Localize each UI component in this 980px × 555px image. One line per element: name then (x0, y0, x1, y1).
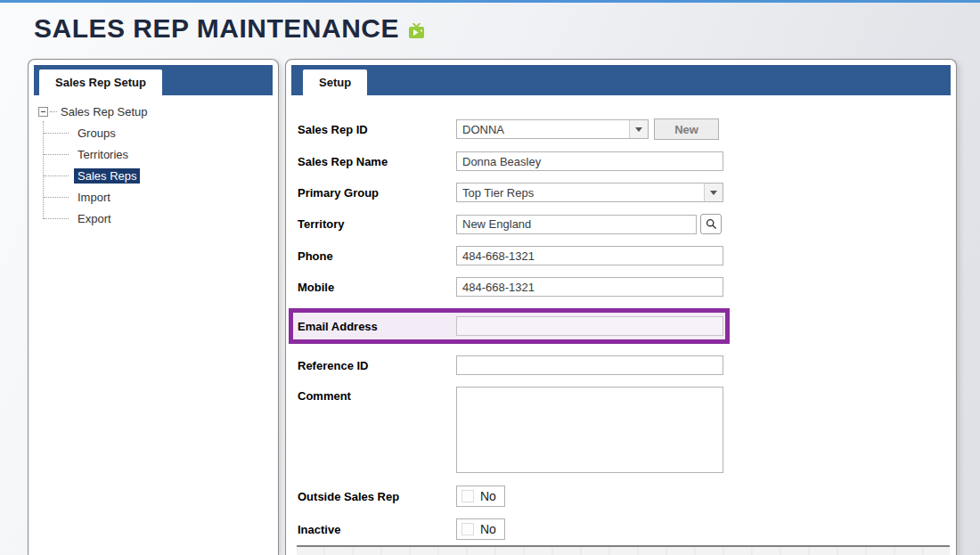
row-inactive: Inactive No (298, 518, 956, 540)
sales-rep-form: Sales Rep ID New Sales Rep Name Primary … (286, 95, 956, 540)
tree-item-label[interactable]: Territories (74, 147, 132, 162)
tab-setup[interactable]: Setup (303, 69, 367, 95)
page-title-text: SALES REP MAINTENANCE (34, 13, 399, 44)
row-territory: Territory (298, 214, 956, 234)
outside-sales-rep-value: No (480, 489, 496, 503)
tree-item-label[interactable]: Groups (74, 126, 119, 141)
comment-textarea[interactable] (456, 387, 723, 473)
collapse-icon[interactable] (38, 107, 48, 117)
territory-lookup-button[interactable] (700, 214, 722, 234)
navigation-panel-header: Sales Rep Setup (34, 65, 273, 95)
inactive-toggle[interactable]: No (456, 518, 505, 540)
reference-id-input[interactable] (456, 355, 723, 375)
tree-item-sales-reps[interactable]: Sales Reps (29, 165, 278, 186)
checkbox-icon (461, 523, 474, 535)
outside-sales-rep-label: Outside Sales Rep (298, 490, 456, 503)
tree-root-label[interactable]: Sales Rep Setup (61, 105, 148, 118)
sales-rep-id-dropdown-button[interactable] (629, 120, 648, 138)
sales-rep-id-combobox[interactable] (456, 119, 649, 139)
tree-item-groups[interactable]: Groups (29, 122, 278, 143)
sales-rep-name-label: Sales Rep Name (298, 155, 456, 168)
primary-group-value: Top Tier Reps (457, 186, 704, 200)
row-phone: Phone (298, 246, 956, 265)
row-comment: Comment (298, 387, 956, 473)
tree-item-label[interactable]: Sales Reps (74, 168, 140, 184)
top-accent-line (0, 0, 980, 3)
tree-item-label[interactable]: Import (74, 190, 114, 205)
sales-rep-id-input[interactable] (457, 120, 629, 138)
inactive-label: Inactive (298, 523, 456, 536)
sales-rep-id-label: Sales Rep ID (298, 123, 456, 136)
tree-item-territories[interactable]: Territories (29, 143, 278, 165)
tree-stub-line (50, 111, 57, 112)
chevron-down-icon (635, 127, 642, 132)
search-icon (706, 218, 717, 230)
navigation-panel: Sales Rep Setup Sales Rep Setup Groups T… (28, 59, 279, 555)
outside-sales-rep-toggle[interactable]: No (456, 486, 505, 507)
row-email-highlighted: Email Address (289, 308, 730, 344)
email-label: Email Address (298, 320, 456, 333)
chevron-down-icon (710, 191, 717, 195)
checkbox-icon (461, 490, 474, 502)
row-mobile: Mobile (298, 277, 956, 297)
row-outside-sales-rep: Outside Sales Rep No (298, 486, 956, 507)
setup-panel: Setup Sales Rep ID New Sales Rep Name Pr… (285, 59, 957, 555)
page-title: SALES REP MAINTENANCE (34, 12, 425, 45)
row-reference-id: Reference ID (298, 355, 956, 375)
territory-label: Territory (298, 217, 456, 231)
new-button[interactable]: New (654, 118, 719, 140)
tree-item-import[interactable]: Import (29, 186, 278, 208)
email-input[interactable] (456, 316, 723, 336)
video-tutorial-icon[interactable] (408, 15, 425, 45)
row-primary-group: Primary Group Top Tier Reps (298, 183, 956, 202)
setup-panel-header: Setup (291, 65, 951, 95)
row-sales-rep-id: Sales Rep ID New (298, 118, 956, 140)
tree-item-label[interactable]: Export (74, 211, 115, 226)
setup-tree: Sales Rep Setup Groups Territories Sales… (29, 101, 278, 229)
reference-id-label: Reference ID (298, 359, 456, 372)
phone-label: Phone (298, 249, 456, 263)
bottom-toolbar-edge (297, 545, 950, 555)
primary-group-label: Primary Group (298, 186, 456, 200)
sales-rep-name-input[interactable] (456, 151, 723, 171)
inactive-value: No (480, 522, 496, 536)
territory-input[interactable] (456, 215, 697, 234)
row-sales-rep-name: Sales Rep Name (298, 151, 956, 171)
comment-label: Comment (298, 387, 456, 403)
primary-group-select[interactable]: Top Tier Reps (456, 183, 723, 202)
mobile-label: Mobile (298, 281, 456, 294)
tree-root-sales-rep-setup[interactable]: Sales Rep Setup (29, 101, 278, 122)
phone-input[interactable] (456, 246, 723, 265)
tree-item-export[interactable]: Export (29, 208, 278, 229)
mobile-input[interactable] (456, 277, 723, 297)
tab-sales-rep-setup[interactable]: Sales Rep Setup (39, 69, 162, 95)
primary-group-dropdown-button[interactable] (704, 184, 723, 201)
